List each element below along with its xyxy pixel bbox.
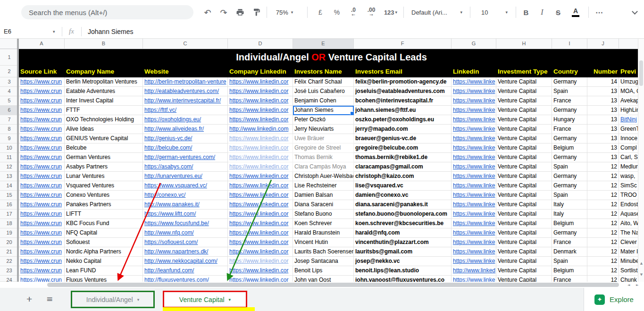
horizontal-scrollbar-thumb[interactable]	[47, 283, 619, 287]
tab-menu-caret-icon[interactable]: ▾	[137, 297, 140, 302]
cell-company-name[interactable]: Lunar Ventures	[65, 172, 143, 181]
cell-linkedin[interactable]: https://www.linke	[452, 106, 496, 115]
cell-country[interactable]: Italy	[552, 200, 587, 210]
cell-investor-name[interactable]: Jerry Nieuviarts	[293, 125, 354, 134]
scroll-right-icon[interactable]: ►	[636, 283, 638, 287]
cell-investor-name[interactable]: Laurits Bach Soerensen	[293, 247, 354, 257]
redo-icon[interactable]: ↷	[217, 0, 231, 25]
cell-number[interactable]: 12	[587, 181, 619, 191]
cell-website[interactable]: http://berlin-metropolitan-venture	[143, 77, 228, 87]
cell-country[interactable]: France	[552, 238, 587, 247]
cell-company-linkedin[interactable]: https://www.linkedin.cor	[228, 172, 293, 181]
cell-linkedin[interactable]: https://www.linke	[452, 191, 496, 200]
cell-website[interactable]: https://sofiouest.com/	[143, 238, 228, 247]
cell-company-name[interactable]: KBC Focus Fund	[65, 219, 143, 228]
cell-website[interactable]: http://genius-vc.de/	[143, 134, 228, 143]
cell-website[interactable]: http://belcube.com/	[143, 143, 228, 153]
cell-linkedin[interactable]: https://www.linke	[452, 228, 496, 238]
cell-investor-name[interactable]: Johann Siemes	[293, 106, 354, 115]
header-company-name[interactable]: Company Name	[65, 66, 143, 77]
cell-company-name[interactable]: Alive Ideas	[65, 125, 143, 134]
cell-website[interactable]: http://www.panakes.it/	[143, 200, 228, 210]
row-number[interactable]: 10	[0, 143, 19, 153]
cell-linkedin[interactable]: http://www.linked	[452, 266, 496, 276]
cell-investment-type[interactable]: Venture Capital	[496, 143, 552, 153]
cell-investment-type[interactable]: Venture Capital	[496, 87, 552, 96]
increase-decimal-button[interactable]: .00→	[363, 0, 380, 25]
cell-country[interactable]: Spain	[552, 191, 587, 200]
cell-source-link[interactable]: https://www.crun	[19, 125, 65, 134]
cell-source-link[interactable]: https://www.crun	[19, 276, 65, 282]
name-box-caret-icon[interactable]: ▾	[53, 25, 55, 39]
cell-company-name[interactable]: Asabys Partners	[65, 162, 143, 172]
cell-linkedin[interactable]: https://www.linke	[452, 219, 496, 228]
cell-source-link[interactable]: https://www.crun	[19, 257, 65, 266]
search-input[interactable]	[21, 5, 193, 19]
cell-investment-type[interactable]: Venture Capital	[496, 238, 552, 247]
cell-country[interactable]: Spain	[552, 257, 587, 266]
vertical-scrollbar[interactable]: ▲ ▼	[638, 39, 644, 282]
cell-country[interactable]: Spain	[552, 162, 587, 172]
header-company-linkedin[interactable]: Company Linkedin	[228, 66, 293, 77]
cell-linkedin[interactable]: https://www.linke	[452, 247, 496, 257]
cell-number[interactable]: 13	[587, 106, 619, 115]
cell-source-link[interactable]: https://www.crun	[19, 210, 65, 219]
cell-investor-email[interactable]: claracampas@gmail.com	[354, 162, 452, 172]
cell-investor-name[interactable]: Benoit Lips	[293, 266, 354, 276]
cell-investor-email[interactable]: lauritsbs@gmail.com	[354, 247, 452, 257]
font-family-select[interactable]: Default (Ari...▾	[409, 0, 465, 25]
add-sheet-button[interactable]: +	[26, 294, 32, 305]
cell-investor-name[interactable]: Benjamin Cohen	[293, 96, 354, 106]
undo-icon[interactable]: ↶	[201, 0, 215, 25]
all-sheets-button[interactable]: ≡	[46, 294, 53, 303]
cell-company-name[interactable]: OXO Technologies Holding	[65, 115, 143, 125]
row-number[interactable]: 16	[0, 200, 19, 210]
cell-investor-name[interactable]: Uwe Bräuer	[293, 134, 354, 143]
cell-company-name[interactable]: German Ventures	[65, 153, 143, 162]
cell-linkedin[interactable]: https://www.linke	[452, 96, 496, 106]
cell-company-linkedin[interactable]: https://www.linkedin.cor	[228, 153, 293, 162]
horizontal-scrollbar[interactable]: ◄ ►	[0, 282, 644, 288]
sheet-tab-venture-capital[interactable]: Venture Capital ▾	[163, 291, 247, 308]
cell-company-linkedin[interactable]: https://www.linkedin.cor	[228, 134, 293, 143]
cell-number[interactable]: 12	[587, 257, 619, 266]
cell-investor-name[interactable]: Koen Schrever	[293, 219, 354, 228]
cell-investment-type[interactable]: Venture Capital	[496, 134, 552, 143]
cell-investor-email[interactable]: thomas.bernik@rebike1.de	[354, 153, 452, 162]
row-number[interactable]: 15	[0, 191, 19, 200]
column-header-h[interactable]: H	[496, 39, 552, 49]
cell-investor-email[interactable]: joseluis@eatableadventures.com	[354, 87, 452, 96]
cell-country[interactable]: Germany	[552, 228, 587, 238]
strikethrough-button[interactable]: S	[551, 0, 565, 25]
sheet-title[interactable]: Individual/Angel OR Venture Capital Lead…	[19, 49, 644, 66]
percent-format-button[interactable]: %	[330, 0, 344, 25]
cell-source-link[interactable]: https://www.crun	[19, 191, 65, 200]
cell-source-link[interactable]: https://www.crun	[19, 134, 65, 143]
row-number[interactable]: 5	[0, 96, 19, 106]
cell-website[interactable]: http://www.aliveideas.fr/	[143, 125, 228, 134]
cell-investment-type[interactable]: Venture Capital	[496, 96, 552, 106]
cell-website[interactable]: http://www.interinvestcapital.fr/	[143, 96, 228, 106]
cell-number[interactable]: 12	[587, 191, 619, 200]
cell-investor-email[interactable]: koen.schrever@kbcsecurities.be	[354, 219, 452, 228]
decrease-decimal-button[interactable]: .0←	[346, 0, 361, 25]
column-header-j[interactable]: J	[587, 39, 619, 49]
cell-investment-type[interactable]: Venture Capital	[496, 172, 552, 181]
header-country[interactable]: Country	[552, 66, 587, 77]
cell-investor-email[interactable]: vincenthutin@plazzart.com	[354, 238, 452, 247]
cell-company-name[interactable]: Inter Invest Capital	[65, 96, 143, 106]
cell-investor-name[interactable]: Clara Campàs Moya	[293, 162, 354, 172]
cell-investment-type[interactable]: Venture Capital	[496, 115, 552, 125]
cell-country[interactable]: Spain	[552, 87, 587, 96]
row-number[interactable]: 1	[0, 49, 19, 66]
row-number[interactable]: 7	[0, 115, 19, 125]
cell-company-linkedin[interactable]: https://www.linkedin.cor	[228, 200, 293, 210]
cell-company-name[interactable]: Sofiouest	[65, 238, 143, 247]
bold-button[interactable]: B	[519, 0, 533, 25]
cell-website[interactable]: https://www.focusfund.be/	[143, 219, 228, 228]
column-header-i[interactable]: I	[552, 39, 587, 49]
row-number[interactable]: 12	[0, 162, 19, 172]
cell-investor-name[interactable]: Peter Oszkó	[293, 115, 354, 125]
cell-company-name[interactable]: Lean FUND	[65, 266, 143, 276]
cell-investor-email[interactable]: stefano.buono@buonolopera.com	[354, 210, 452, 219]
